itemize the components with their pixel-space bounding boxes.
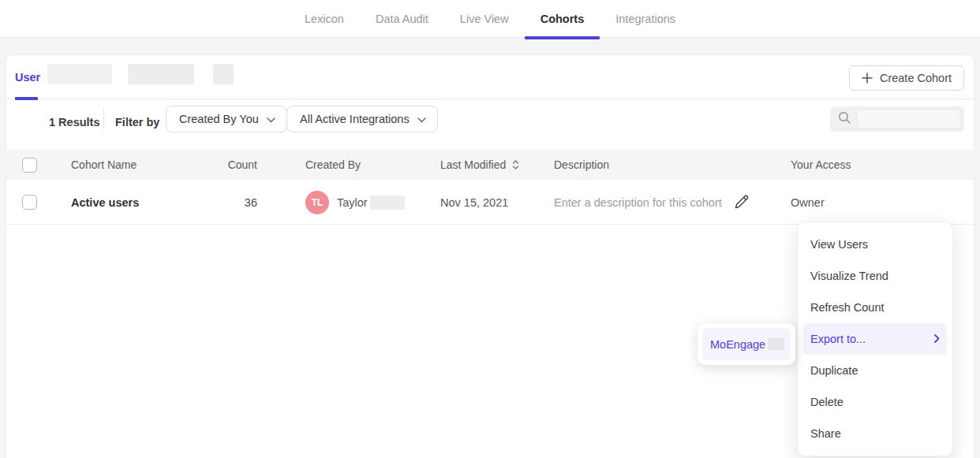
cohort-name-link[interactable]: Active users [71,196,139,209]
menu-item-duplicate[interactable]: Duplicate [798,355,952,386]
redacted-tab[interactable] [47,64,112,84]
sort-icon[interactable] [512,159,519,170]
access-level: Owner [791,196,825,209]
column-count: Count [164,150,257,180]
row-checkbox[interactable] [22,195,37,210]
filter-bar: 1 Results Filter by Created By You All A… [6,99,974,150]
search-input[interactable] [830,106,964,132]
tab-live-view[interactable]: Live View [444,0,525,38]
table-row: Active users 36 TL Taylor Nov 15, 2021 E… [6,180,974,225]
redacted-tab[interactable] [128,64,194,84]
column-cohort-name: Cohort Name [71,150,137,180]
created-by-filter-value: Created By You [179,113,259,125]
create-cohort-button[interactable]: Create Cohort [849,65,964,91]
menu-item-export-to[interactable]: Export to... [803,323,947,355]
description-placeholder[interactable]: Enter a description for this cohort [554,196,722,209]
row-context-menu: View Users Visualize Trend Refresh Count… [797,222,953,456]
menu-item-share[interactable]: Share [798,418,952,449]
integrations-filter-dropdown[interactable]: All Active Integrations [286,106,438,132]
cohort-count: 36 [245,196,257,209]
export-to-label: Export to... [810,323,866,355]
cohort-type-tabs: User Create Cohort [6,55,974,99]
menu-item-refresh-count[interactable]: Refresh Count [798,292,952,323]
creator-name: Taylor [337,196,368,209]
column-created-by: Created By [305,150,361,180]
results-count: 1 Results [49,116,99,128]
submenu-item-moengage[interactable]: MoEngage [702,328,791,360]
divider [103,108,104,130]
create-cohort-label: Create Cohort [880,72,952,84]
tab-cohorts[interactable]: Cohorts [525,0,600,38]
chevron-down-icon [267,113,275,125]
redacted-tab[interactable] [213,64,234,84]
redacted-surname [370,195,405,210]
redacted-text [768,338,784,350]
filter-by-label: Filter by [115,116,159,128]
redacted-search-text [858,110,959,128]
column-last-modified-label: Last Modified [440,158,506,171]
column-last-modified: Last Modified [440,150,519,180]
table-header: Cohort Name Count Created By Last Modifi… [6,150,974,180]
integrations-filter-value: All Active Integrations [300,113,410,125]
select-all-checkbox[interactable] [22,158,37,173]
last-modified-date: Nov 15, 2021 [440,196,508,209]
tab-user-cohorts[interactable]: User [15,55,40,99]
export-submenu: MoEngage [698,323,795,365]
column-description: Description [554,150,609,180]
tab-lexicon[interactable]: Lexicon [289,0,360,38]
tab-data-audit[interactable]: Data Audit [360,0,444,38]
menu-item-delete[interactable]: Delete [798,386,952,418]
avatar: TL [305,191,329,214]
plus-icon [862,73,873,84]
chevron-right-icon [934,323,940,355]
top-navigation: Lexicon Data Audit Live View Cohorts Int… [0,0,980,38]
created-by-filter-dropdown[interactable]: Created By You [166,106,287,132]
moengage-label: MoEngage [710,338,765,351]
tab-integrations[interactable]: Integrations [600,0,691,38]
search-icon [838,111,851,128]
chevron-down-icon [417,113,426,125]
column-your-access: Your Access [791,150,851,180]
cohorts-page: Lexicon Data Audit Live View Cohorts Int… [0,0,980,458]
menu-item-visualize-trend[interactable]: Visualize Trend [798,260,952,292]
edit-description-pencil-icon[interactable] [734,195,749,213]
menu-item-view-users[interactable]: View Users [798,229,952,260]
